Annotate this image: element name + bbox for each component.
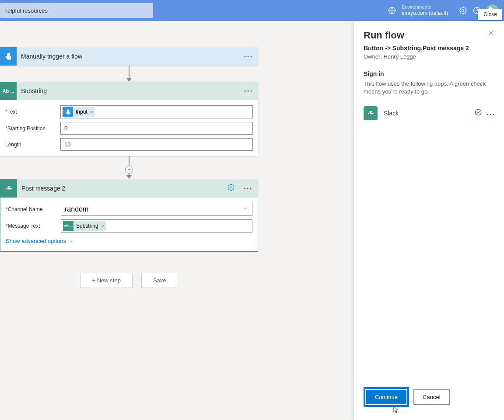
text-op-icon: Ab ... xyxy=(63,221,74,231)
search-input[interactable] xyxy=(0,3,153,18)
card-menu-icon[interactable] xyxy=(238,90,258,92)
param-label: Length xyxy=(5,142,60,148)
param-label: *Starting Position xyxy=(5,125,60,132)
card-menu-icon[interactable] xyxy=(238,187,258,189)
panel-title: Run flow xyxy=(364,30,404,41)
slack-icon xyxy=(0,179,17,198)
text-input[interactable]: Input × xyxy=(60,105,253,118)
substring-card: Ab ... Substring *Text Input × xyxy=(0,82,258,156)
svg-point-20 xyxy=(487,114,488,115)
info-icon[interactable] xyxy=(227,184,235,193)
param-label: *Channel Name xyxy=(6,206,61,212)
svg-point-16 xyxy=(250,188,252,189)
message-input[interactable]: Ab ... Substring × xyxy=(61,219,252,233)
continue-button[interactable]: Continue xyxy=(366,390,406,404)
close-icon[interactable] xyxy=(487,30,494,38)
panel-subtitle: Button -> Substring,Post message 2 xyxy=(364,45,494,52)
panel-owner: Owner: Henry Legge xyxy=(364,53,494,60)
connector xyxy=(0,66,258,82)
add-action-button[interactable]: + xyxy=(125,166,133,174)
svg-point-1 xyxy=(462,10,464,12)
globe-icon xyxy=(387,5,397,16)
check-circle-icon xyxy=(474,108,482,118)
close-tooltip: Close xyxy=(478,9,502,20)
token-input[interactable]: Input × xyxy=(63,107,95,117)
cancel-button[interactable]: Cancel xyxy=(413,389,449,405)
svg-point-22 xyxy=(493,114,494,115)
env-label: Environments xyxy=(402,4,448,10)
env-value: enayu.com (default) xyxy=(402,10,448,16)
continue-focus-ring: Continue xyxy=(364,387,409,407)
svg-point-5 xyxy=(245,56,246,57)
new-step-button[interactable]: + New step xyxy=(80,273,132,288)
length-input[interactable] xyxy=(63,139,251,149)
slack-icon xyxy=(364,106,378,120)
svg-point-13 xyxy=(231,186,231,187)
text-op-icon: Ab ... xyxy=(0,82,17,100)
cursor-icon xyxy=(392,406,399,415)
touch-icon xyxy=(63,107,73,117)
svg-point-8 xyxy=(245,90,246,92)
card-menu-icon[interactable] xyxy=(238,56,258,57)
app-row-slack: Slack xyxy=(364,104,494,123)
run-flow-panel: Run flow Button -> Substring,Post messag… xyxy=(354,21,504,420)
save-button[interactable]: Save xyxy=(141,273,178,288)
app-menu-icon[interactable] xyxy=(486,109,494,117)
svg-point-21 xyxy=(490,114,491,115)
token-remove-icon[interactable]: × xyxy=(101,223,105,229)
trigger-card[interactable]: Manually trigger a flow xyxy=(0,47,258,66)
app-name: Slack xyxy=(384,110,474,117)
connector: + xyxy=(0,156,258,179)
param-label: *Message Text xyxy=(6,223,61,229)
signin-heading: Sign in xyxy=(364,70,494,77)
substring-title: Substring xyxy=(17,87,238,94)
svg-point-3 xyxy=(477,12,477,12)
svg-point-10 xyxy=(251,90,252,92)
flow-canvas: Manually trigger a flow Ab ... Substring… xyxy=(0,21,354,420)
slack-header[interactable]: Post message 2 xyxy=(0,179,258,198)
signin-desc: This flow uses the following apps. A gre… xyxy=(364,80,494,96)
top-bar: Environments enayu.com (default) xyxy=(0,0,504,21)
svg-point-15 xyxy=(247,188,248,189)
svg-point-19 xyxy=(475,110,481,116)
environment-picker[interactable]: Environments enayu.com (default) xyxy=(387,4,454,17)
token-remove-icon[interactable]: × xyxy=(90,109,94,115)
param-label: *Text xyxy=(5,109,60,115)
svg-point-14 xyxy=(244,188,245,189)
starting-position-input[interactable] xyxy=(63,123,251,133)
token-substring[interactable]: Ab ... Substring × xyxy=(63,221,106,231)
substring-header[interactable]: Ab ... Substring xyxy=(0,82,258,100)
slack-card: Post message 2 *Channel Name random xyxy=(0,179,258,252)
svg-point-7 xyxy=(251,56,252,57)
gear-icon[interactable] xyxy=(458,5,468,16)
chevron-down-icon xyxy=(242,205,248,213)
trigger-title: Manually trigger a flow xyxy=(17,53,238,60)
touch-icon xyxy=(0,47,17,66)
slack-title: Post message 2 xyxy=(17,185,227,192)
svg-point-9 xyxy=(248,90,249,92)
svg-point-6 xyxy=(248,56,249,57)
channel-dropdown[interactable]: random xyxy=(61,203,252,216)
show-advanced-link[interactable]: Show advanced options xyxy=(6,236,252,246)
